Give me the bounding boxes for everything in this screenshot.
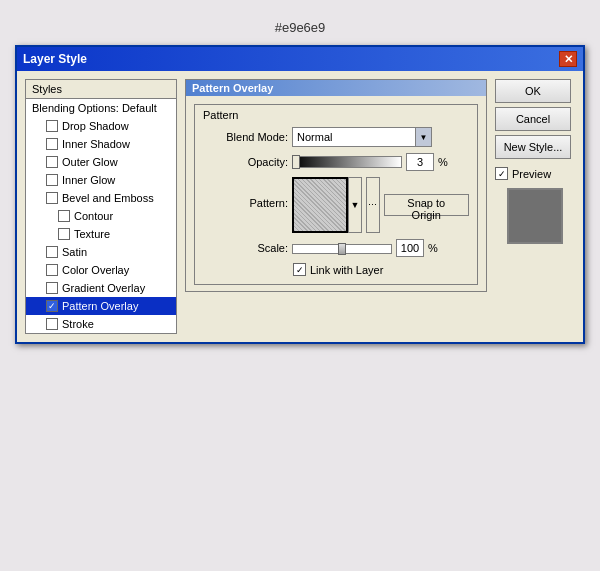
scale-row: Scale: % xyxy=(203,239,469,257)
inner-glow-checkbox[interactable] xyxy=(46,174,58,186)
outer-glow-checkbox[interactable] xyxy=(46,156,58,168)
blend-mode-label: Blend Mode: xyxy=(203,131,288,143)
pattern-options-button[interactable]: ⋯ xyxy=(366,177,380,233)
sidebar-header: Styles xyxy=(26,80,176,99)
right-panel: OK Cancel New Style... Preview xyxy=(495,79,575,334)
dialog-body: Styles Blending Options: Default Drop Sh… xyxy=(17,71,583,342)
preview-label-text: Preview xyxy=(512,168,551,180)
pattern-dropdown-arrow[interactable]: ▼ xyxy=(348,177,362,233)
sidebar-item-outer-glow[interactable]: Outer Glow xyxy=(26,153,176,171)
sidebar-item-label: Satin xyxy=(62,246,87,258)
ok-button[interactable]: OK xyxy=(495,79,571,103)
close-button[interactable]: ✕ xyxy=(559,51,577,67)
contour-checkbox[interactable] xyxy=(58,210,70,222)
snap-to-origin-button[interactable]: Snap to Origin xyxy=(384,194,469,216)
dialog-title: Layer Style xyxy=(23,52,87,66)
scale-slider-thumb xyxy=(338,243,346,255)
sidebar-item-inner-shadow[interactable]: Inner Shadow xyxy=(26,135,176,153)
sidebar-item-label: Texture xyxy=(74,228,110,240)
drop-shadow-checkbox[interactable] xyxy=(46,120,58,132)
pattern-label: Pattern: xyxy=(203,197,288,209)
texture-checkbox[interactable] xyxy=(58,228,70,240)
sidebar-item-contour[interactable]: Contour xyxy=(26,207,176,225)
sidebar-item-label: Inner Shadow xyxy=(62,138,130,150)
blend-mode-value: Normal xyxy=(297,131,332,143)
opacity-row: Opacity: % xyxy=(203,153,469,171)
preview-box xyxy=(507,188,563,244)
sidebar-item-gradient-overlay[interactable]: Gradient Overlay xyxy=(26,279,176,297)
sidebar-item-texture[interactable]: Texture xyxy=(26,225,176,243)
pattern-sub-panel: Pattern Blend Mode: Normal ▼ Opacity: xyxy=(194,104,478,285)
sub-panel-title: Pattern xyxy=(203,109,469,121)
satin-checkbox[interactable] xyxy=(46,246,58,258)
sidebar-item-blending[interactable]: Blending Options: Default xyxy=(26,99,176,117)
blend-mode-select[interactable]: Normal ▼ xyxy=(292,127,432,147)
opacity-unit: % xyxy=(438,156,448,168)
panel-title: Pattern Overlay xyxy=(186,80,486,96)
title-bar: Layer Style ✕ xyxy=(17,47,583,71)
sidebar-item-satin[interactable]: Satin xyxy=(26,243,176,261)
sidebar-item-color-overlay[interactable]: Color Overlay xyxy=(26,261,176,279)
sidebar-item-stroke[interactable]: Stroke xyxy=(26,315,176,333)
sidebar-item-inner-glow[interactable]: Inner Glow xyxy=(26,171,176,189)
blend-mode-row: Blend Mode: Normal ▼ xyxy=(203,127,469,147)
sidebar-item-drop-shadow[interactable]: Drop Shadow xyxy=(26,117,176,135)
pattern-overlay-checkbox[interactable] xyxy=(46,300,58,312)
opacity-input[interactable] xyxy=(406,153,434,171)
sidebar-item-label: Blending Options: Default xyxy=(32,102,157,114)
new-style-button[interactable]: New Style... xyxy=(495,135,571,159)
inner-shadow-checkbox[interactable] xyxy=(46,138,58,150)
pattern-thumbnail[interactable] xyxy=(292,177,348,233)
sidebar-item-label: Contour xyxy=(74,210,113,222)
scale-slider[interactable] xyxy=(292,244,392,254)
opacity-label: Opacity: xyxy=(203,156,288,168)
link-layer-row: Link with Layer xyxy=(293,263,469,276)
sidebar-item-label: Gradient Overlay xyxy=(62,282,145,294)
pattern-overlay-panel: Pattern Overlay Pattern Blend Mode: Norm… xyxy=(185,79,487,292)
opacity-slider-thumb xyxy=(292,155,300,169)
link-layer-label: Link with Layer xyxy=(310,264,383,276)
bevel-emboss-checkbox[interactable] xyxy=(46,192,58,204)
panel-body: Pattern Blend Mode: Normal ▼ Opacity: xyxy=(186,96,486,291)
blend-mode-arrow[interactable]: ▼ xyxy=(415,128,431,146)
sidebar-item-label: Pattern Overlay xyxy=(62,300,138,312)
scale-unit: % xyxy=(428,242,438,254)
sidebar-item-pattern-overlay[interactable]: Pattern Overlay xyxy=(26,297,176,315)
sidebar-item-label: Inner Glow xyxy=(62,174,115,186)
page-title: #e9e6e9 xyxy=(275,20,326,35)
sidebar-item-label: Outer Glow xyxy=(62,156,118,168)
preview-checkbox[interactable] xyxy=(495,167,508,180)
pattern-row: Pattern: ▼ ⋯ Snap to Origin xyxy=(203,177,469,233)
sidebar-item-label: Bevel and Emboss xyxy=(62,192,154,204)
sidebar: Styles Blending Options: Default Drop Sh… xyxy=(25,79,177,334)
stroke-checkbox[interactable] xyxy=(46,318,58,330)
opacity-slider[interactable] xyxy=(292,156,402,168)
preview-row: Preview xyxy=(495,167,575,180)
link-layer-checkbox[interactable] xyxy=(293,263,306,276)
sidebar-item-label: Drop Shadow xyxy=(62,120,129,132)
preview-inner xyxy=(509,190,561,242)
sidebar-item-label: Stroke xyxy=(62,318,94,330)
scale-input[interactable] xyxy=(396,239,424,257)
main-content: Pattern Overlay Pattern Blend Mode: Norm… xyxy=(185,79,487,334)
color-overlay-checkbox[interactable] xyxy=(46,264,58,276)
scale-label: Scale: xyxy=(203,242,288,254)
layer-style-dialog: Layer Style ✕ Styles Blending Options: D… xyxy=(15,45,585,344)
sidebar-item-bevel-emboss[interactable]: Bevel and Emboss xyxy=(26,189,176,207)
gradient-overlay-checkbox[interactable] xyxy=(46,282,58,294)
sidebar-item-label: Color Overlay xyxy=(62,264,129,276)
cancel-button[interactable]: Cancel xyxy=(495,107,571,131)
